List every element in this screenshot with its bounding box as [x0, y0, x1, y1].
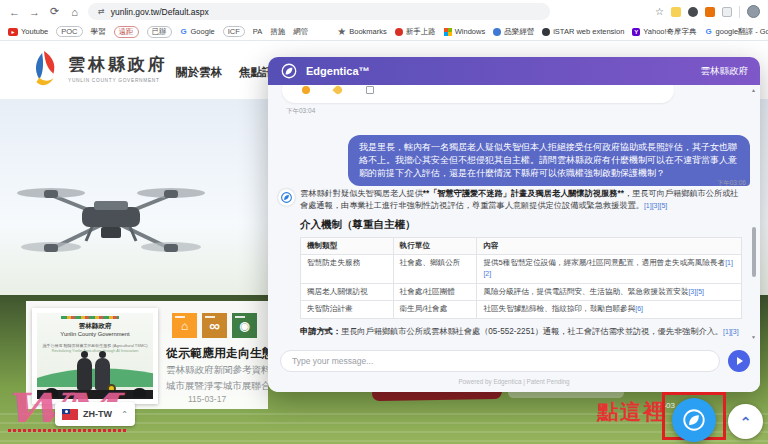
- extension-icon-orange[interactable]: [705, 7, 715, 17]
- getting-started-favicon: [395, 28, 403, 36]
- bookmark-label: Youtube: [21, 27, 48, 36]
- extension-icon-yellow[interactable]: [671, 7, 681, 17]
- extension-icon-dark[interactable]: [688, 7, 698, 17]
- bookmark-item-google-translate[interactable]: Ggoogle翻譯 - Goo...: [705, 27, 768, 37]
- apply-label: 申請方式：: [300, 327, 341, 336]
- address-bar[interactable]: ⇄ yunlin.gov.tw/Default.aspx: [88, 3, 550, 20]
- bookmark-item-remote[interactable]: 遠距: [114, 26, 139, 38]
- divider: [739, 6, 740, 18]
- bookmark-item-poc[interactable]: POC: [56, 26, 82, 37]
- news-date: 115-03-17: [188, 394, 226, 404]
- previous-message-bubble: [282, 85, 674, 103]
- bookmark-item-bookmarks[interactable]: ★Bookmarks: [337, 26, 386, 37]
- scrollbar-down-arrow[interactable]: ▼: [751, 334, 756, 340]
- chevron-up-icon: ⌃: [121, 410, 128, 419]
- bookmark-item-icf[interactable]: ICF: [223, 26, 245, 37]
- chat-launcher-button[interactable]: [672, 398, 716, 442]
- screen: ← → ⟳ ⌂ ⇄ yunlin.gov.tw/Default.aspx ☆ ▸…: [0, 0, 768, 444]
- bookmark-item-pa[interactable]: PA: [253, 27, 262, 36]
- language-selector[interactable]: ZH-TW ⌃: [55, 402, 135, 426]
- url-text: yunlin.gov.tw/Default.aspx: [111, 7, 209, 17]
- audience-head: [133, 388, 146, 397]
- edgentica-logo-icon: [280, 62, 298, 80]
- edgentica-launcher-icon: [681, 407, 707, 433]
- bookmark-label: 學習: [91, 27, 106, 37]
- edgentica-avatar-icon: [280, 191, 293, 204]
- bookmark-item-youtube[interactable]: ▸Youtube: [8, 27, 48, 36]
- cell-unit: 衛生局/社會處: [393, 301, 477, 319]
- send-button[interactable]: [728, 350, 750, 372]
- cell-text: 社區失智據點篩檢、指紋捺印，鼓勵自願參與: [483, 304, 635, 313]
- chat-input-area: Powered by Edgentica | Patent Pending: [268, 344, 760, 392]
- browser-toolbar: ← → ⟳ ⌂ ⇄ yunlin.gov.tw/Default.aspx ☆: [0, 0, 768, 23]
- sdg-12-icon: ∞: [202, 313, 227, 338]
- istar-favicon: [542, 28, 550, 36]
- bookmark-label: Windows: [455, 27, 485, 36]
- yunlin-logo[interactable]: 雲林縣政府 YUNLIN COUNTY GOVERNMENT: [28, 49, 168, 87]
- cell-content: 社區失智據點篩檢、指紋捺印，鼓勵自願參與[6]: [477, 301, 742, 319]
- bookmark-item-done[interactable]: 已辦: [147, 26, 172, 38]
- timestamp: 下午03:04: [286, 107, 315, 116]
- profile-avatar[interactable]: [747, 5, 760, 18]
- cell-content: 提供5種智慧定位設備，經家屬/社區同意配置，適用曾走失或高風險長者[1][2]: [477, 255, 742, 283]
- bookmark-item-netadmin[interactable]: 網管: [293, 27, 308, 37]
- intro-bold: **「智慧守護愛不迷路」計畫及獨居老人關懷訪視服務**: [423, 189, 624, 198]
- bookmark-label: google翻譯 - Goo...: [716, 27, 768, 37]
- table-row: 智慧防走失服務 社會處、鄉鎮公所 提供5種智慧定位設備，經家屬/社區同意配置，適…: [301, 255, 742, 283]
- language-label: ZH-TW: [83, 409, 112, 419]
- click-here-annotation: 點這裡: [597, 398, 666, 426]
- windows-favicon: [444, 28, 452, 36]
- drone-image: [6, 157, 216, 275]
- col-header: 機制類型: [301, 237, 394, 255]
- powered-by-text: Powered by Edgentica | Patent Pending: [268, 378, 760, 385]
- bookmark-item-google[interactable]: GGoogle: [180, 27, 215, 36]
- google-translate-favicon: G: [705, 28, 713, 36]
- bookmark-item-learn[interactable]: 學習: [91, 27, 106, 37]
- document-icon: [366, 86, 374, 94]
- reload-icon[interactable]: ⟳: [48, 5, 61, 18]
- home-icon[interactable]: ⌂: [68, 6, 81, 18]
- scrollbar-up-arrow[interactable]: ▲: [751, 87, 756, 93]
- bookmark-star-icon[interactable]: ☆: [655, 6, 664, 17]
- cell-unit: 社會處/社區團體: [393, 283, 477, 301]
- bookmark-item-getting-started[interactable]: 新手上路: [395, 27, 436, 37]
- sdg-icons: ⌂ ∞ ◉: [172, 313, 257, 338]
- citation-links[interactable]: [1][3][5]: [644, 202, 667, 209]
- site-subtitle: YUNLIN COUNTY GOVERNMENT: [68, 78, 168, 83]
- chat-header: Edgentica™ 雲林縣政府: [268, 57, 760, 85]
- scrollbar-thumb[interactable]: [752, 227, 756, 277]
- yunlin-logo-icon: [28, 49, 60, 87]
- star-icon: ★: [337, 26, 346, 37]
- extensions-puzzle-icon[interactable]: [722, 7, 732, 17]
- bookmark-item-measures[interactable]: 措施: [270, 27, 285, 37]
- citation-links[interactable]: [6]: [635, 305, 643, 312]
- bookmark-item-windows[interactable]: Windows: [444, 27, 485, 36]
- bookmark-label: 措施: [270, 27, 285, 37]
- photo-board-title: 雲林縣政府: [37, 322, 153, 331]
- bookmark-label: iSTAR web extension: [553, 27, 624, 36]
- sdg-13-icon: ◉: [232, 313, 257, 338]
- bookmark-label: 遠距: [114, 26, 139, 38]
- bookmark-label: Yahoo!奇摩字典: [643, 27, 696, 37]
- bot-avatar: [278, 189, 295, 206]
- nav-about-yunlin[interactable]: 關於雲林: [176, 65, 222, 80]
- message-input[interactable]: [280, 350, 720, 372]
- bookmark-label: 新手上路: [406, 27, 436, 37]
- user-message-bubble: 我是里長，轄內有一名獨居老人疑似失智但本人拒絕接受任何政府協助或長照評估，其子女…: [348, 135, 750, 186]
- citation-links[interactable]: [1][3]: [723, 328, 739, 335]
- back-icon[interactable]: ←: [8, 6, 21, 18]
- cell-mechanism: 失智防治計畫: [301, 301, 394, 319]
- bookmark-item-biz[interactable]: 品樂經營: [493, 27, 534, 37]
- bookmark-label: 已辦: [147, 26, 172, 38]
- news-headline[interactable]: 從示範應用走向生態系: [166, 345, 268, 362]
- bookmark-item-istar[interactable]: iSTAR web extension: [542, 27, 624, 36]
- site-permissions-icon[interactable]: ⇄: [98, 7, 105, 16]
- bookmark-item-yahoo-dict[interactable]: YYahoo!奇摩字典: [632, 27, 696, 37]
- citation-links[interactable]: [3][5]: [688, 288, 704, 295]
- photo-board-line2: Revitalizing Yunlin Agriculture through …: [37, 349, 153, 353]
- forward-icon[interactable]: →: [28, 6, 41, 18]
- cell-text: 風險分級評估，提供電話問安、生活協助、緊急救援裝置安裝: [483, 287, 688, 296]
- scroll-to-top-button[interactable]: ⌃: [728, 404, 763, 439]
- bookmark-label: Google: [191, 27, 215, 36]
- bookmark-label: PA: [253, 27, 262, 36]
